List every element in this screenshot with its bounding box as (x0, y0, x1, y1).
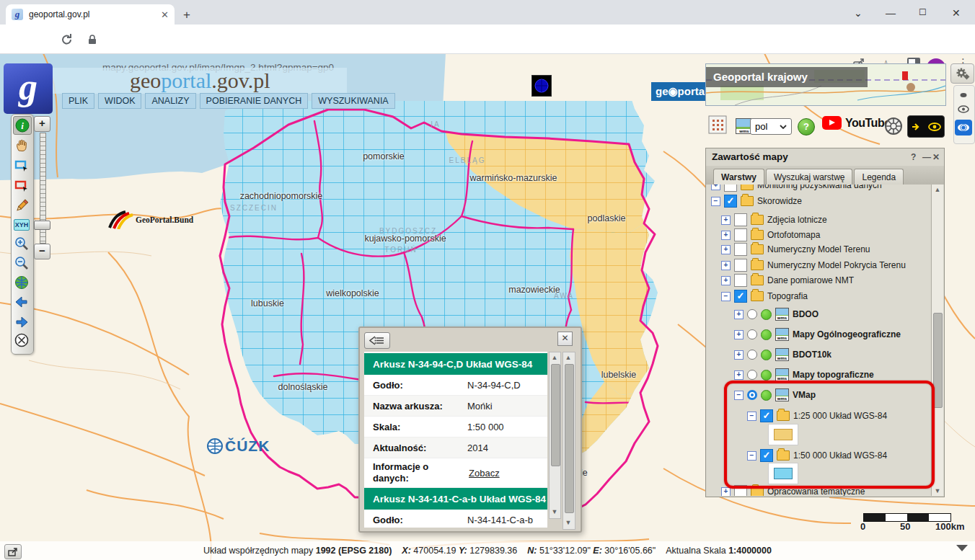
tab-warstwy[interactable]: Warstwy (713, 169, 764, 185)
browser-tab[interactable]: g geoportal.gov.pl ✕ (6, 4, 175, 25)
collapse-icon[interactable]: − (734, 391, 744, 400)
help-button[interactable]: ? (798, 118, 815, 135)
collapse-icon[interactable]: − (721, 292, 731, 301)
layer-row-vmap-25k[interactable]: −1:25 000 Układ WGS-84 (747, 408, 887, 424)
panel-close-icon[interactable]: ✕ (932, 152, 940, 162)
layer-row-vmap[interactable]: −wmsVMap (734, 387, 816, 403)
measure-pencil-icon[interactable] (13, 197, 30, 214)
youtube-button[interactable]: YouTube (822, 116, 891, 130)
next-view-arrow-icon[interactable] (13, 314, 30, 331)
layer-row-zdjecia-lotnicze[interactable]: +Zdjęcia lotnicze (721, 212, 827, 228)
popup-list-button[interactable] (364, 332, 390, 349)
expand-icon[interactable]: + (721, 276, 731, 285)
menu-wyszukiwania[interactable]: WYSZUKIWANIA (312, 93, 394, 109)
zoom-slider-handle[interactable] (34, 221, 50, 230)
checkbox[interactable] (734, 213, 747, 226)
layer-row-opracowania-tematyczne[interactable]: +Opracowania tematyczne (721, 484, 865, 496)
layer-row-topografia[interactable]: −Topografia (721, 288, 808, 304)
expand-icon[interactable]: + (734, 330, 744, 339)
panel-help-icon[interactable]: ? (911, 152, 916, 162)
pan-hand-icon[interactable] (13, 137, 30, 154)
layer-row-vmap-50k[interactable]: −1:50 000 Układ WGS-84 (747, 448, 887, 463)
expand-icon[interactable]: + (734, 350, 744, 360)
select-rectangle-red-icon[interactable] (13, 177, 30, 195)
collapse-icon[interactable]: − (747, 451, 756, 461)
menu-plik[interactable]: PLIK (62, 93, 94, 109)
window-maximize-button[interactable]: ☐ (919, 7, 927, 17)
checkbox[interactable] (734, 274, 747, 287)
select-rectangle-blue-icon[interactable] (13, 157, 30, 174)
settings-gear-button[interactable] (950, 63, 974, 84)
new-tab-button[interactable]: + (183, 8, 190, 22)
radio[interactable] (747, 370, 757, 380)
layer-row-ortofotomapa[interactable]: +Ortofotomapa (721, 227, 820, 243)
checkbox[interactable] (734, 259, 747, 272)
layer-row-bdot10k[interactable]: +wmsBDOT10k (734, 347, 831, 363)
eye-active-button[interactable] (955, 120, 972, 135)
zoom-slider-plus-button[interactable]: + (34, 116, 50, 132)
menu-widok[interactable]: WIDOK (98, 93, 141, 109)
checkbox-checked[interactable] (724, 195, 737, 208)
language-select[interactable]: pol (750, 118, 792, 135)
expand-icon[interactable]: + (734, 370, 744, 380)
layer-row-bdoo[interactable]: +wmsBDOO (734, 306, 819, 322)
popup-outer-scrollbar[interactable]: ▲ ▼ (562, 352, 575, 530)
grid-tool-icon[interactable] (708, 115, 727, 137)
previous-view-arrow-icon[interactable] (13, 293, 30, 311)
expand-icon[interactable]: + (721, 215, 731, 225)
popup-inner-scrollbar[interactable]: ▲ ▼ (549, 352, 561, 519)
expand-icon[interactable]: + (711, 185, 720, 190)
menu-analizy[interactable]: ANALIZY (145, 93, 195, 109)
visibility-toggle-pill[interactable] (907, 115, 945, 138)
radio[interactable] (747, 350, 757, 360)
layer-row-nmt[interactable]: +Numeryczny Model Terenu (721, 241, 870, 257)
panel-minimize-icon[interactable]: — (922, 152, 931, 162)
layer-row-monitoring[interactable]: +Monitoring pozyskiwania danych (711, 185, 882, 193)
popup-close-button[interactable]: ✕ (557, 332, 573, 346)
expand-icon[interactable]: + (721, 231, 731, 240)
reload-icon[interactable] (61, 33, 74, 46)
radio[interactable] (747, 309, 757, 319)
window-minimize-button[interactable]: — (886, 7, 896, 19)
tab-legenda[interactable]: Legenda (854, 169, 904, 185)
radio-selected[interactable] (747, 390, 757, 400)
overview-expand-button[interactable] (4, 544, 22, 559)
expand-icon[interactable]: + (734, 310, 744, 319)
menu-pobieranie-danych[interactable]: POBIERANIE DANYCH (200, 93, 309, 109)
geoportal-logo[interactable]: g (4, 63, 53, 114)
checkbox-checked[interactable] (760, 409, 773, 422)
panel-scrollbar[interactable]: ▲ ▼ (931, 185, 943, 496)
checkbox-checked[interactable] (760, 449, 773, 462)
zoom-slider-minus-button[interactable]: − (34, 244, 50, 259)
collapse-icon[interactable]: − (747, 412, 756, 421)
checkbox[interactable] (734, 228, 747, 241)
layer-row-nmpt[interactable]: +Numeryczny Model Pokrycia Terenu (721, 257, 906, 273)
collapse-icon[interactable]: − (711, 197, 720, 206)
tab-close-icon[interactable]: ✕ (161, 9, 169, 20)
eye-small-icon[interactable] (960, 92, 967, 98)
zoom-in-icon[interactable] (13, 235, 30, 252)
clear-selection-icon[interactable] (13, 332, 30, 349)
expand-icon[interactable]: + (721, 245, 731, 254)
radio[interactable] (747, 329, 757, 339)
layer-row-dane-pomiarowe[interactable]: +Dane pomiarowe NMT (721, 272, 854, 288)
expand-icon[interactable]: + (721, 487, 731, 497)
checkbox[interactable] (724, 185, 737, 192)
layer-row-skorowidze[interactable]: −Skorowidze (711, 193, 802, 209)
layer-row-mapy-ogolnogeograficzne[interactable]: +wmsMapy Ogólnogeograficzne (734, 326, 901, 342)
xyh-coordinates-icon[interactable]: XYH (13, 216, 30, 234)
window-close-button[interactable]: ✕ (952, 7, 961, 19)
checkbox-checked[interactable] (734, 290, 747, 303)
identify-tool-icon[interactable]: i (13, 116, 32, 135)
expand-icon[interactable]: + (721, 261, 731, 270)
lock-icon[interactable] (88, 35, 97, 45)
zobacz-link[interactable]: Zobacz (469, 468, 500, 479)
statusbar-collapse-chevron[interactable] (956, 545, 968, 551)
checkbox[interactable] (734, 243, 747, 256)
layer-row-mapy-topograficzne[interactable]: +wmsMapy topograficzne (734, 367, 874, 383)
overview-map[interactable]: Geoportal krajowy (705, 63, 946, 106)
tab-search-chevron-icon[interactable]: ⌄ (854, 7, 862, 19)
tab-wyszukaj-warstwe[interactable]: Wyszukaj warstwę (766, 169, 853, 185)
eye-medium-icon[interactable] (958, 105, 969, 113)
checkbox[interactable] (734, 485, 747, 496)
